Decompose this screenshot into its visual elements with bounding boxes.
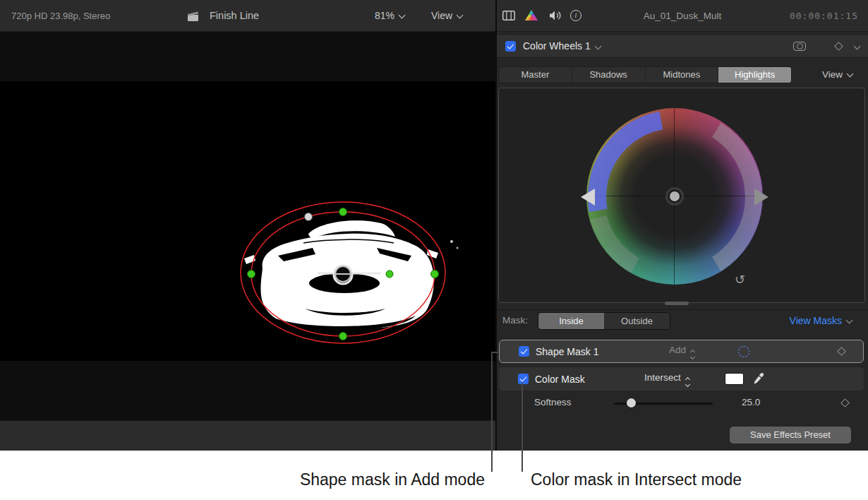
keyframe-diamond-icon[interactable] <box>840 398 850 407</box>
shape-caption-connector-tick <box>492 352 498 353</box>
project-title: Finish Line <box>210 10 259 21</box>
viewer-toolbar: 00:00:01:01 <box>0 420 496 451</box>
mask-handle-right[interactable] <box>431 270 439 278</box>
mask-handle-bottom[interactable] <box>339 333 347 340</box>
softness-value[interactable]: 25.0 <box>742 397 760 407</box>
wheel-blue-arc[interactable] <box>597 121 661 210</box>
color-wheel-panel: ↺ <box>498 88 865 303</box>
effect-enable-checkbox[interactable] <box>505 41 516 52</box>
video-frame <box>0 32 496 420</box>
effect-row[interactable]: Color Wheels 1 <box>497 34 868 58</box>
wheel-gray-arc-right[interactable] <box>716 130 754 264</box>
chevron-down-icon <box>457 12 464 19</box>
softness-slider-thumb[interactable] <box>627 398 636 407</box>
mask-inside-outside-segment: Inside Outside <box>538 312 670 330</box>
reset-arrow-icon[interactable]: ↺ <box>735 272 745 287</box>
mask-handle-radius[interactable] <box>386 270 393 278</box>
shape-mask-caption: Shape mask in Add mode <box>300 470 485 489</box>
wheel-gray-arc-left[interactable] <box>598 218 635 266</box>
shape-mask-mode-dropdown[interactable]: Add <box>669 345 694 359</box>
color-mask-caption: Color mask in Intersect mode <box>531 470 742 489</box>
keyframe-diamond-icon[interactable] <box>834 42 843 51</box>
color-mask-row[interactable]: Color Mask Intersect <box>499 367 864 391</box>
tab-highlights[interactable]: Highlights <box>718 67 791 83</box>
apply-masks-icon[interactable] <box>793 42 806 51</box>
tab-shadows[interactable]: Shadows <box>572 67 646 83</box>
clip-timecode: 00:00:01:15 <box>790 11 858 21</box>
shape-mask-row[interactable]: Shape Mask 1 Add <box>499 340 864 363</box>
chevron-down-icon <box>399 12 406 19</box>
inspector-panel: i Au_01_Dusk_Mult 00:00:01:15 Color Whee… <box>497 0 868 451</box>
color-caption-connector-line <box>522 383 523 472</box>
eyedropper-icon[interactable] <box>753 372 765 387</box>
stepper-icon <box>686 378 689 386</box>
shape-mask-name: Shape Mask 1 <box>536 346 599 357</box>
dashed-circle-icon[interactable] <box>738 346 749 357</box>
wheel-view-dropdown[interactable]: View <box>822 69 852 80</box>
effect-name: Color Wheels 1 <box>523 40 591 52</box>
inspector-header: i Au_01_Dusk_Mult 00:00:01:15 <box>497 0 868 32</box>
format-info: 720p HD 23.98p, Stereo <box>11 11 110 21</box>
video-black-frame <box>0 81 496 361</box>
segment-inside[interactable]: Inside <box>538 313 604 329</box>
chevron-down-icon <box>846 317 853 324</box>
color-swatch[interactable] <box>725 373 744 385</box>
zoom-dropdown[interactable]: 81% <box>375 10 404 21</box>
shape-caption-connector-line <box>491 352 493 472</box>
softness-label: Softness <box>534 397 572 407</box>
keyframe-diamond-icon[interactable] <box>837 347 846 356</box>
color-mask-name: Color Mask <box>535 374 585 385</box>
wheel-center-control[interactable] <box>670 191 680 201</box>
color-mask-checkbox[interactable] <box>518 374 529 384</box>
viewer-view-dropdown[interactable]: View <box>431 10 462 21</box>
chevron-down-icon <box>847 71 854 78</box>
save-effects-preset-button[interactable]: Save Effects Preset <box>730 427 851 444</box>
viewer-canvas <box>0 32 496 420</box>
mask-label: Mask: <box>502 315 528 326</box>
viewer-top-bar: 720p HD 23.98p, Stereo Finish Line 81% V… <box>0 0 496 32</box>
mask-handle-top[interactable] <box>339 208 347 216</box>
panel-resize-handle[interactable] <box>665 302 689 305</box>
segment-outside[interactable]: Outside <box>604 313 670 329</box>
chevron-down-icon <box>594 42 601 49</box>
tab-midtones[interactable]: Midtones <box>646 67 719 83</box>
mask-rotation-handle[interactable] <box>305 213 313 221</box>
shape-mask-checkbox[interactable] <box>519 346 529 357</box>
color-mask-mode-dropdown[interactable]: Intersect <box>644 372 689 386</box>
color-range-tabs: Master Shadows Midtones Highlights <box>498 66 792 83</box>
tab-master[interactable]: Master <box>499 67 572 83</box>
wheel-left-arrow[interactable] <box>581 189 595 206</box>
mask-handle-left[interactable] <box>248 270 255 278</box>
app-window: 720p HD 23.98p, Stereo Finish Line 81% V… <box>0 0 868 451</box>
clapperboard-icon <box>186 11 200 24</box>
stepper-icon <box>691 350 694 359</box>
section-separator <box>497 309 868 310</box>
chevron-down-icon[interactable] <box>854 42 861 49</box>
view-masks-dropdown[interactable]: View Masks <box>790 315 852 326</box>
